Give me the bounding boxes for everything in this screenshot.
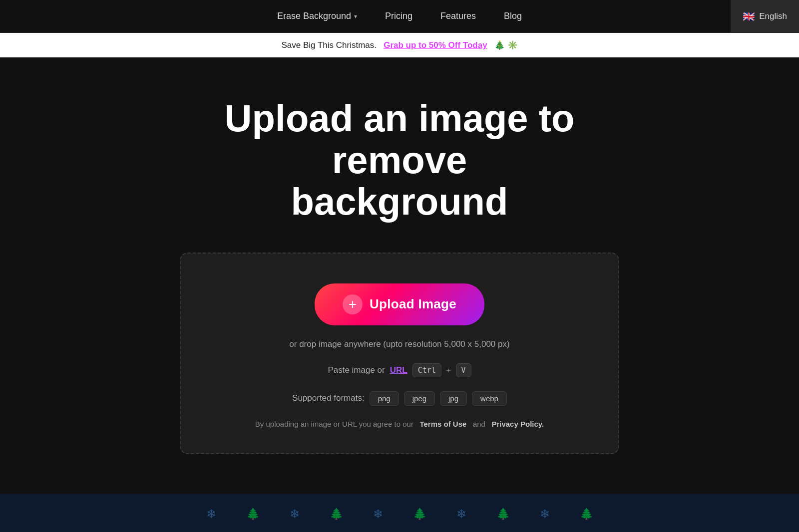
formats-row: Supported formats: png jpeg jpg webp — [292, 391, 507, 406]
format-webp: webp — [472, 391, 507, 406]
nav-features-label: Features — [440, 11, 476, 21]
ctrl-key-badge: Ctrl — [412, 363, 441, 377]
format-jpeg: jpeg — [404, 391, 435, 406]
chevron-down-icon: ▾ — [354, 13, 357, 20]
flag-icon: 🇬🇧 — [743, 10, 755, 22]
promo-text: Save Big This Christmas. — [281, 40, 377, 50]
privacy-policy-link[interactable]: Privacy Policy. — [491, 420, 544, 428]
upload-image-button[interactable]: + Upload Image — [315, 283, 484, 325]
snowflake-icon-2: ❄ — [290, 507, 300, 521]
hero-section: Upload an image to remove background + U… — [0, 57, 799, 474]
plus-circle-icon: + — [343, 294, 363, 314]
terms-and-text: and — [473, 420, 485, 428]
tree-icon-3: 🌲 — [413, 508, 426, 521]
nav-erase-bg-label: Erase Background — [277, 11, 351, 21]
upload-dropzone[interactable]: + Upload Image or drop image anywhere (u… — [180, 253, 619, 454]
promo-cta-link[interactable]: Grab up to 50% Off Today — [384, 40, 487, 50]
nav-erase-background[interactable]: Erase Background ▾ — [265, 6, 369, 26]
paste-label-text: Paste image or — [328, 365, 385, 375]
formats-label: Supported formats: — [292, 393, 365, 403]
language-selector[interactable]: 🇬🇧 English — [731, 0, 799, 33]
url-link[interactable]: URL — [390, 365, 407, 375]
snowflake-icon-4: ❄ — [456, 507, 466, 521]
upload-button-label: Upload Image — [370, 296, 456, 312]
nav-items: Erase Background ▾ Pricing Features Blog — [265, 6, 534, 26]
paste-row: Paste image or URL Ctrl + V — [328, 363, 471, 377]
format-jpg: jpg — [440, 391, 467, 406]
language-label: English — [759, 11, 787, 21]
promo-banner: Save Big This Christmas. Grab up to 50% … — [0, 33, 799, 57]
hero-title: Upload an image to remove background — [175, 97, 624, 223]
nav-features[interactable]: Features — [428, 6, 488, 26]
terms-pre-text: By uploading an image or URL you agree t… — [255, 420, 413, 428]
nav-blog-label: Blog — [504, 11, 522, 21]
plus-separator: + — [446, 366, 451, 374]
format-png: png — [370, 391, 399, 406]
promo-emoji1: 🎄 — [494, 40, 505, 50]
snowflake-icon-1: ❄ — [206, 507, 216, 521]
nav-pricing-label: Pricing — [385, 11, 412, 21]
terms-row: By uploading an image or URL you agree t… — [255, 420, 544, 428]
v-key-badge: V — [456, 363, 471, 377]
bottom-decorative-bar: ❄ 🌲 ❄ 🌲 ❄ 🌲 ❄ 🌲 ❄ 🌲 — [0, 494, 799, 532]
nav-blog[interactable]: Blog — [492, 6, 534, 26]
navbar: Erase Background ▾ Pricing Features Blog… — [0, 0, 799, 33]
drop-hint-text: or drop image anywhere (upto resolution … — [289, 339, 509, 349]
snowflake-icon-3: ❄ — [373, 507, 383, 521]
terms-of-use-link[interactable]: Terms of Use — [419, 420, 466, 428]
tree-icon-1: 🌲 — [246, 508, 260, 521]
snowflake-icon-5: ❄ — [540, 507, 550, 521]
nav-pricing[interactable]: Pricing — [373, 6, 424, 26]
tree-icon-4: 🌲 — [496, 508, 510, 521]
tree-icon-2: 🌲 — [330, 508, 343, 521]
tree-icon-5: 🌲 — [580, 508, 593, 521]
promo-emoji2: ✳️ — [507, 40, 518, 50]
